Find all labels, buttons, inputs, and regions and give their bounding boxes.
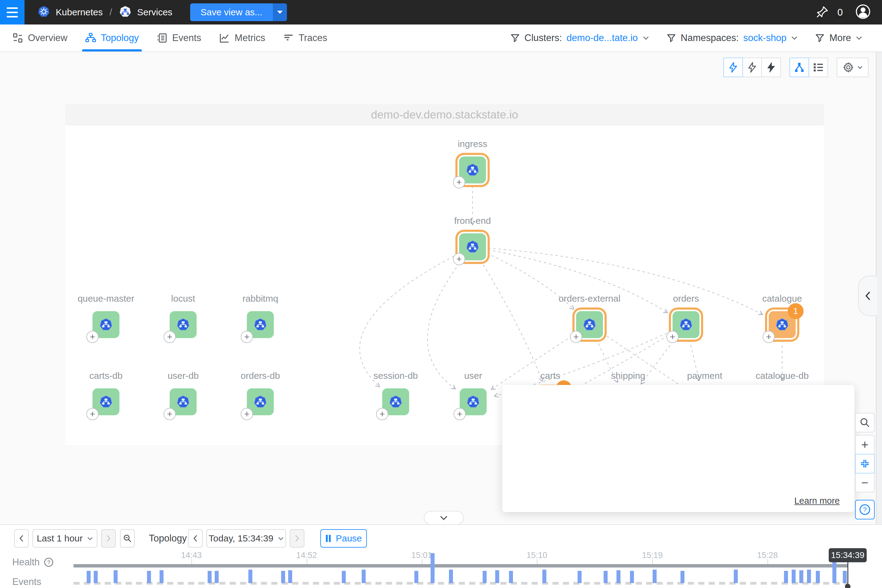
topology-node-ingress[interactable]: ingress+ [459, 156, 486, 183]
current-time-badge[interactable]: 15:34:39 [829, 548, 867, 562]
magnifier-minus-icon [123, 534, 132, 543]
svg-text:?: ? [47, 560, 50, 566]
save-view-as-label[interactable]: Save view as... [190, 3, 273, 21]
breadcrumb-kubernetes[interactable]: Kubernetes [56, 7, 103, 18]
filter-clusters-value[interactable]: demo-de...tate.io [567, 33, 638, 44]
tab-events[interactable]: Events [156, 24, 201, 51]
topology-node-user-db[interactable]: user-db+ [170, 388, 196, 415]
service-heptagon-icon [253, 318, 267, 332]
time-prev-button[interactable] [188, 529, 203, 548]
filter-more-label[interactable]: More [830, 33, 851, 44]
range-prev-button[interactable] [14, 529, 29, 548]
event-bar [604, 571, 608, 583]
expand-node-button-locust[interactable]: + [164, 331, 176, 343]
time-range-select[interactable]: Last 1 hour [33, 529, 98, 548]
time-next-button[interactable] [290, 529, 304, 548]
datetime-value[interactable]: Today, 15:34:39 [208, 533, 273, 544]
topology-node-orders-external[interactable]: orders-external+ [576, 311, 603, 338]
list-view-button[interactable] [808, 58, 828, 77]
range-next-button[interactable] [101, 529, 116, 548]
zoom-in-button[interactable]: + [855, 435, 874, 454]
expand-node-button-user-db[interactable]: + [164, 408, 176, 420]
event-bar [147, 571, 151, 583]
topology-node-locust[interactable]: locust+ [170, 311, 196, 338]
save-view-as-button[interactable]: Save view as... [190, 3, 287, 21]
time-tick-mark [652, 559, 653, 564]
tab-metrics[interactable]: Metrics [219, 24, 265, 51]
tab-traces-label[interactable]: Traces [298, 33, 327, 44]
expand-node-button-rabbitmq[interactable]: + [241, 331, 253, 343]
tab-events-label[interactable]: Events [172, 33, 201, 44]
topology-node-orders-db[interactable]: orders-db+ [247, 388, 274, 415]
health-track[interactable] [74, 564, 848, 567]
pause-button[interactable]: Pause [320, 529, 367, 548]
tab-topology-label[interactable]: Topology [101, 33, 139, 44]
lightning-outline-blue-icon [728, 62, 739, 73]
tab-topology[interactable]: Topology [85, 24, 139, 51]
menu-button[interactable] [0, 0, 24, 24]
topology-node-session-db[interactable]: session-db+ [382, 388, 409, 415]
expand-node-button-session-db[interactable]: + [376, 408, 388, 420]
filter-more[interactable]: More [815, 33, 862, 44]
topology-node-user[interactable]: user+ [460, 388, 487, 415]
events-baseline[interactable] [74, 582, 848, 585]
datetime-select[interactable]: Today, 15:34:39 [206, 529, 286, 548]
filter-namespaces-value[interactable]: sock-shop [743, 33, 786, 44]
tab-traces[interactable]: Traces [283, 24, 327, 51]
right-panel-collapse-tab[interactable] [858, 276, 877, 316]
event-bar [248, 570, 252, 583]
filter-clusters[interactable]: Clusters: demo-de...tate.io [510, 33, 649, 44]
canvas-search-button[interactable] [855, 413, 874, 432]
topology-node-catalogue[interactable]: catalogue1+ [769, 311, 796, 338]
topology-node-orders[interactable]: orders+ [672, 311, 699, 338]
event-bar [509, 571, 513, 583]
filter-namespaces-label: Namespaces: [681, 33, 739, 44]
topology-view-button[interactable] [789, 58, 809, 77]
topology-node-queue-master[interactable]: queue-master+ [93, 311, 119, 338]
pause-label[interactable]: Pause [336, 533, 362, 544]
event-bar [362, 570, 366, 583]
problems-filter-outline-button[interactable] [742, 58, 762, 77]
filter-namespaces[interactable]: Namespaces: sock-shop [666, 33, 798, 44]
tab-overview-label[interactable]: Overview [28, 33, 68, 44]
tab-overview[interactable]: Overview [12, 24, 68, 51]
filter-clusters-label: Clusters: [525, 33, 562, 44]
violation-badge-catalogue[interactable]: 1 [788, 303, 804, 319]
time-tick-mark [191, 559, 192, 564]
learn-more-link[interactable]: Learn more [794, 496, 840, 506]
expand-node-button-orders[interactable]: + [666, 331, 679, 343]
pin-icon[interactable] [816, 5, 830, 20]
fit-to-screen-button[interactable] [855, 454, 874, 474]
expand-node-button-queue-master[interactable]: + [86, 331, 99, 343]
user-avatar[interactable] [855, 4, 871, 21]
topology-node-carts-db[interactable]: carts-db+ [93, 388, 119, 415]
expand-node-button-orders-external[interactable]: + [570, 331, 582, 343]
current-time-marker-line[interactable] [848, 562, 848, 585]
topology-node-front-end[interactable]: front-end+ [459, 233, 486, 260]
timeline-collapse-button[interactable] [424, 511, 464, 525]
problems-filter-blue-button[interactable] [723, 58, 743, 77]
expand-node-button-user[interactable]: + [453, 408, 466, 420]
svg-text:?: ? [863, 506, 867, 514]
settings-button[interactable] [837, 58, 868, 77]
topology-node-rabbitmq[interactable]: rabbitmq+ [247, 311, 274, 338]
expand-node-button-catalogue[interactable]: + [763, 331, 775, 343]
event-bar [542, 570, 546, 583]
expand-node-button-ingress[interactable]: + [453, 176, 465, 188]
expand-node-button-carts-db[interactable]: + [86, 408, 99, 420]
event-bar [430, 553, 435, 583]
time-range-value[interactable]: Last 1 hour [37, 533, 82, 544]
tab-metrics-label[interactable]: Metrics [235, 33, 265, 44]
zoom-out-button[interactable]: − [855, 473, 874, 492]
event-bar [784, 571, 788, 583]
time-tick-mark [306, 559, 307, 564]
expand-node-button-orders-db[interactable]: + [241, 408, 253, 420]
problems-filter-filled-button[interactable] [761, 58, 781, 77]
expand-node-button-front-end[interactable]: + [453, 253, 465, 265]
save-view-dropdown-caret[interactable] [273, 3, 287, 21]
breadcrumb-services[interactable]: Services [137, 7, 172, 18]
help-button[interactable]: ? [855, 500, 874, 519]
current-time-marker-dot[interactable] [845, 584, 850, 588]
health-help-icon[interactable]: ? [44, 557, 54, 567]
timeline-zoom-out-button[interactable] [120, 529, 135, 548]
